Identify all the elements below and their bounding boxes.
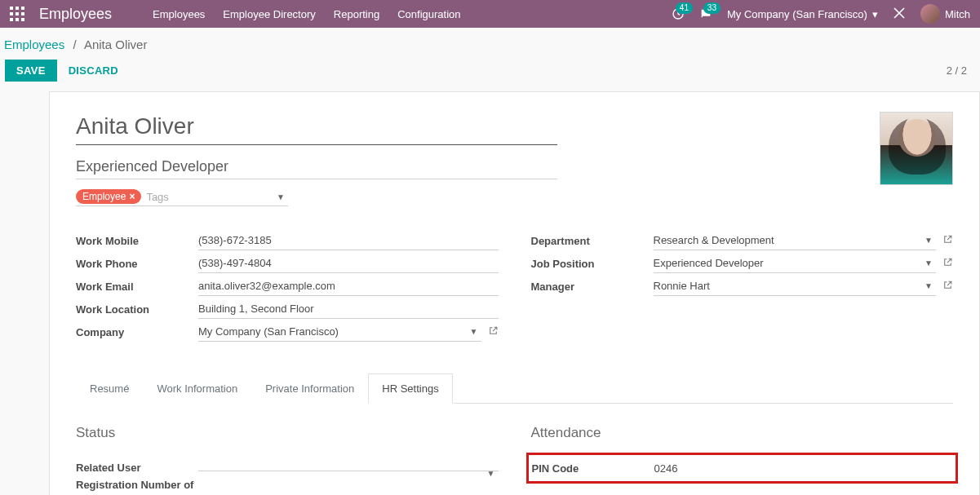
external-link-icon[interactable] (942, 234, 953, 247)
registration-number-label: Registration Number of the Employee (76, 479, 198, 495)
debug-icon[interactable] (893, 7, 906, 22)
job-position-label: Job Position (531, 258, 654, 270)
work-email-label: Work Email (76, 281, 198, 293)
user-menu[interactable]: Mitch (920, 4, 970, 24)
department-label: Department (531, 235, 654, 247)
badge-id-input[interactable] (654, 490, 907, 495)
activities-badge: 41 (676, 2, 693, 14)
work-location-label: Work Location (76, 303, 198, 316)
svg-rect-4 (16, 12, 19, 15)
company-name: My Company (San Francisco) (727, 8, 867, 20)
tab-work-information[interactable]: Work Information (143, 373, 251, 404)
pin-code-input[interactable] (654, 459, 953, 478)
avatar (920, 4, 940, 24)
apps-icon[interactable] (10, 7, 24, 21)
work-mobile-label: Work Mobile (76, 235, 198, 247)
menu-employee-directory[interactable]: Employee Directory (223, 8, 315, 20)
user-name: Mitch (945, 8, 970, 20)
external-link-icon[interactable] (942, 280, 953, 293)
work-email-input[interactable] (198, 276, 499, 296)
company-label: Company (76, 326, 198, 338)
menu-configuration[interactable]: Configuration (397, 8, 460, 20)
top-menu: Employees Employee Directory Reporting C… (153, 8, 460, 20)
tags-placeholder: Tags (146, 191, 168, 203)
tag-employee[interactable]: Employee × (76, 189, 141, 204)
tab-private-information[interactable]: Private Information (251, 373, 368, 404)
svg-rect-3 (10, 12, 13, 15)
svg-rect-1 (16, 7, 19, 10)
work-phone-label: Work Phone (76, 258, 198, 270)
employee-name-input[interactable] (76, 112, 557, 145)
breadcrumb-separator: / (73, 38, 76, 51)
svg-rect-2 (21, 7, 24, 10)
tags-field[interactable]: Employee × Tags ▼ (76, 189, 288, 206)
tag-label: Employee (82, 191, 126, 202)
employee-title-input[interactable] (76, 157, 557, 179)
topbar: Employees Employees Employee Directory R… (0, 0, 980, 28)
tab-resume[interactable]: Resumé (76, 373, 143, 404)
pin-code-label: PIN Code (532, 462, 654, 475)
chevron-down-icon: ▼ (277, 192, 285, 201)
pager[interactable]: 2 / 2 (947, 64, 975, 77)
app-brand[interactable]: Employees (39, 6, 112, 23)
menu-employees[interactable]: Employees (153, 8, 205, 20)
messages-icon[interactable]: 33 (699, 7, 712, 20)
breadcrumb-current: Anita Oliver (84, 38, 148, 51)
pin-highlight: PIN Code (526, 453, 959, 484)
job-position-select[interactable]: Experienced Developer (654, 254, 937, 273)
work-location-input[interactable] (198, 299, 499, 319)
status-section-title: Status (76, 425, 499, 441)
breadcrumb-root[interactable]: Employees (4, 38, 64, 51)
related-user-label: Related User (76, 462, 198, 474)
tabs: Resumé Work Information Private Informat… (76, 373, 953, 404)
department-select[interactable]: Research & Development (654, 231, 937, 250)
related-user-select[interactable] (198, 464, 499, 471)
tab-hr-settings[interactable]: HR Settings (368, 373, 452, 404)
work-mobile-input[interactable] (198, 231, 499, 250)
external-link-icon[interactable] (488, 325, 499, 338)
breadcrumb: Employees / Anita Oliver (0, 28, 980, 51)
external-link-icon[interactable] (942, 257, 953, 270)
svg-rect-5 (21, 12, 24, 15)
actions-row: SAVE DISCARD 2 / 2 (0, 51, 980, 91)
manager-select[interactable]: Ronnie Hart (654, 276, 937, 296)
chevron-down-icon: ▾ (872, 8, 878, 20)
company-switcher[interactable]: My Company (San Francisco) ▾ (727, 8, 878, 20)
tag-remove-icon[interactable]: × (129, 191, 135, 202)
employee-photo[interactable] (880, 112, 953, 185)
work-phone-input[interactable] (198, 254, 499, 273)
svg-rect-6 (10, 18, 13, 21)
svg-rect-8 (21, 18, 24, 21)
menu-reporting[interactable]: Reporting (334, 8, 379, 20)
manager-label: Manager (531, 281, 654, 293)
company-select[interactable]: My Company (San Francisco) (198, 322, 481, 342)
discard-button[interactable]: DISCARD (69, 64, 118, 77)
svg-rect-7 (16, 18, 19, 21)
messages-badge: 33 (703, 2, 721, 14)
activities-icon[interactable]: 41 (672, 7, 685, 20)
svg-rect-0 (10, 7, 13, 10)
form-sheet: Employee × Tags ▼ Work Mobile Work Phone… (49, 91, 980, 495)
save-button[interactable]: SAVE (5, 60, 57, 82)
attendance-section-title: Attendance (531, 425, 954, 441)
